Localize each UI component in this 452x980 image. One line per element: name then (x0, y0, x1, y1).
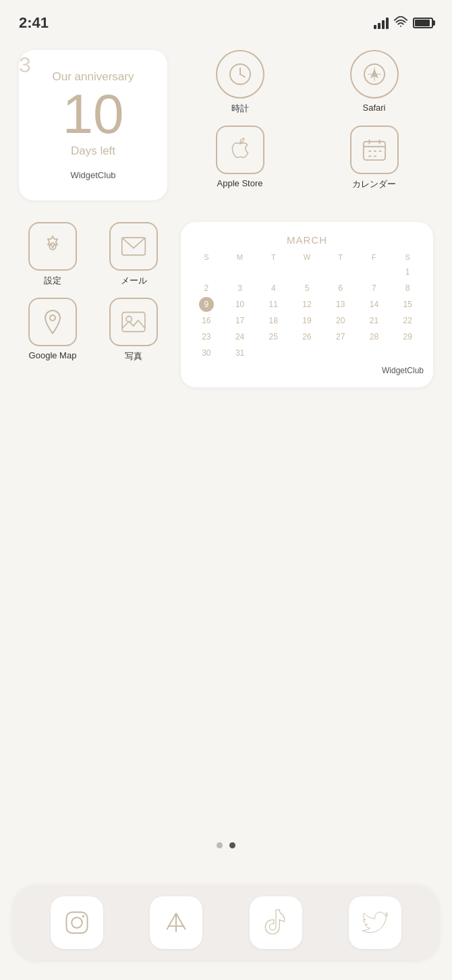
appstore-icon (150, 896, 202, 949)
dock-item-instagram[interactable] (51, 896, 103, 949)
app-item-apple-store[interactable]: Apple Store (181, 126, 299, 190)
maps-label: Google Map (29, 350, 77, 360)
cal-header-wed: W (291, 251, 323, 263)
svg-line-3 (240, 74, 245, 77)
status-icons (374, 16, 433, 30)
svg-line-26 (167, 913, 176, 929)
anniversary-app-label: WidgetClub (70, 170, 115, 180)
dock-item-twitter[interactable] (349, 896, 401, 949)
cal-header-thu: T (324, 251, 357, 263)
status-bar: 2:41 (0, 0, 452, 36)
cal-header-sat: S (391, 251, 424, 263)
page-hint: 3 (19, 53, 31, 78)
dot-1 (217, 842, 223, 848)
anniversary-days: Days left (71, 144, 115, 158)
tiktok-icon (250, 896, 302, 949)
app-item-mail[interactable]: メール (100, 222, 167, 287)
safari-icon (350, 50, 399, 99)
instagram-icon (51, 896, 103, 949)
photos-label: 写真 (125, 350, 142, 362)
mail-icon (109, 222, 158, 271)
anniversary-widget[interactable]: Our anniversary 10 Days left WidgetClub (19, 50, 167, 200)
main-content: Our anniversary 10 Days left WidgetClub … (0, 43, 452, 387)
twitter-icon (349, 896, 401, 949)
dock-item-appstore[interactable] (150, 896, 202, 949)
calendar-month: MARCH (190, 234, 424, 246)
calendar-label: カレンダー (352, 178, 396, 190)
signal-bars-icon (374, 17, 389, 29)
apple-store-label: Apple Store (217, 178, 263, 188)
battery-icon (413, 18, 433, 28)
calendar-widget-label: WidgetClub (190, 366, 424, 375)
svg-point-19 (50, 315, 55, 321)
clock-icon (216, 50, 264, 99)
dot-2 (229, 842, 235, 848)
cal-header-fri: F (358, 251, 391, 263)
app-item-safari[interactable]: Safari (315, 50, 433, 115)
top-row: Our anniversary 10 Days left WidgetClub … (19, 50, 433, 200)
wifi-icon (394, 16, 407, 30)
status-time: 2:41 (19, 14, 49, 32)
maps-icon (28, 298, 77, 346)
svg-line-27 (176, 913, 186, 929)
app-item-clock[interactable]: 時計 (181, 50, 299, 115)
app-item-photos[interactable]: 写真 (100, 298, 167, 362)
apple-store-icon (216, 126, 264, 174)
middle-row: 設定 メール G (19, 222, 433, 387)
calendar-icon (350, 126, 399, 174)
safari-label: Safari (363, 103, 386, 113)
cal-header-sun: S (190, 251, 223, 263)
settings-label: 設定 (44, 275, 61, 287)
dock-item-tiktok[interactable] (250, 896, 302, 949)
svg-rect-22 (66, 912, 87, 933)
photos-icon (109, 298, 158, 346)
svg-point-0 (400, 25, 401, 26)
svg-point-23 (72, 917, 82, 928)
page-indicator (0, 842, 452, 848)
mail-label: メール (121, 275, 147, 287)
anniversary-number: 10 (62, 86, 123, 142)
cal-header-mon: M (224, 251, 256, 263)
svg-point-24 (82, 915, 84, 917)
small-apps-grid: 設定 メール G (19, 222, 167, 362)
app-item-maps[interactable]: Google Map (19, 298, 86, 362)
svg-rect-20 (122, 312, 145, 332)
calendar-grid: S M T W T F S 1 2 3 4 5 6 (190, 251, 424, 360)
anniversary-label: Our anniversary (53, 70, 134, 84)
app-item-settings[interactable]: 設定 (19, 222, 86, 287)
calendar-widget[interactable]: MARCH S M T W T F S 1 2 3 (181, 222, 433, 387)
dock (13, 886, 439, 960)
cal-header-tue: T (257, 251, 289, 263)
app-item-calendar[interactable]: カレンダー (315, 126, 433, 190)
clock-label: 時計 (231, 103, 249, 115)
top-app-grid: 時計 Safari (181, 50, 433, 190)
settings-icon (28, 222, 77, 271)
today-marker: 9 (199, 297, 214, 312)
